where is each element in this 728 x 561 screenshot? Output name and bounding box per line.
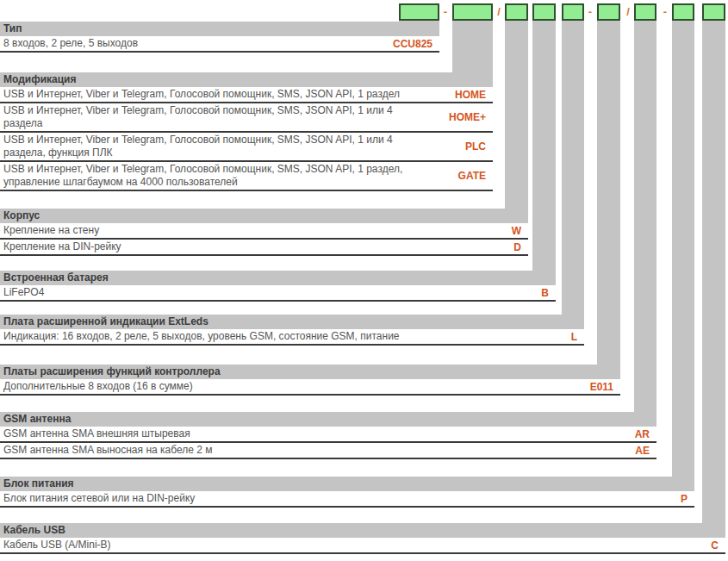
connector-column-case: [505, 21, 528, 209]
code-separator: -: [584, 5, 596, 19]
option-row: Крепление на DIN-рейку D: [0, 240, 528, 256]
option-code: E011: [585, 381, 620, 393]
code-box-case: [505, 3, 528, 21]
code-separator: -: [439, 5, 451, 19]
option-code: B: [536, 287, 556, 299]
option-description: 8 входов, 2 реле, 5 выходов: [0, 36, 388, 51]
option-row: Дополнительные 8 входов (16 в сумме) E01…: [0, 379, 620, 396]
option-description: USB и Интернет, Viber и Telegram, Голосо…: [0, 133, 420, 160]
section-power-supply: Блок питания Блок питания сетевой или на…: [0, 477, 694, 518]
connector-column-battery: [532, 21, 556, 271]
option-code: L: [566, 331, 584, 343]
code-box-modification: [452, 3, 493, 21]
option-code: D: [508, 241, 528, 253]
option-row: Блок питания сетевой или на DIN-рейку P: [0, 491, 694, 508]
section-expansion-boards: Платы расширения функций контроллера Доп…: [0, 365, 620, 406]
option-row: USB и Интернет, Viber и Telegram, Голосо…: [0, 103, 493, 133]
code-box-usb-cable: [702, 3, 725, 21]
section-usb-cable: Кабель USB Кабель USB (A/Mini-B) C: [0, 523, 725, 558]
option-row: Кабель USB (A/Mini-B) C: [0, 538, 725, 554]
section-title: Тип: [0, 22, 439, 36]
option-code: C: [706, 539, 725, 552]
section-title: Модификация: [0, 72, 493, 87]
code-separator: /: [622, 5, 634, 19]
option-description: USB и Интернет, Viber и Telegram, Голосо…: [0, 162, 420, 190]
code-box-type: [399, 3, 439, 21]
section-title: Встроенная батарея: [0, 271, 556, 285]
option-description: USB и Интернет, Viber и Telegram, Голосо…: [0, 87, 420, 102]
connector-column-expansion: [597, 21, 620, 365]
option-row: USB и Интернет, Viber и Telegram, Голосо…: [0, 133, 493, 162]
option-code: HOME: [450, 89, 493, 101]
section-extleds: Плата расширенной индикации ExtLeds Инди…: [0, 315, 584, 356]
option-code: P: [675, 493, 694, 505]
code-separator: /: [493, 5, 505, 19]
option-row: Крепление на стену W: [0, 223, 528, 240]
option-description: USB и Интернет, Viber и Telegram, Голосо…: [0, 103, 420, 131]
section-title: Корпус: [0, 209, 528, 223]
ordering-code-diagram: - / - / - Тип 8 входов, 2 реле, 5 выходо…: [0, 0, 728, 561]
option-row: Индикация: 16 входов, 2 реле, 5 выходов,…: [0, 329, 584, 346]
section-title: Платы расширения функций контроллера: [0, 365, 620, 379]
option-row: 8 входов, 2 реле, 5 выходов CCU825: [0, 36, 439, 53]
option-code: PLC: [460, 140, 493, 153]
section-title: Плата расширенной индикации ExtLeds: [0, 315, 584, 329]
code-box-expansion: [597, 3, 620, 21]
code-box-extleds: [562, 3, 584, 21]
option-row: GSM антенна SMA выносная на кабеле 2 м A…: [0, 443, 656, 459]
section-title: Кабель USB: [0, 523, 725, 538]
code-separator: -: [659, 5, 671, 19]
connector-column-usb-cable: [702, 21, 725, 523]
option-description: Блок питания сетевой или на DIN-рейку: [0, 491, 420, 506]
section-battery: Встроенная батарея LiFePO4 B: [0, 271, 556, 312]
option-description: GSM антенна SMA внешняя штыревая: [0, 427, 420, 441]
code-box-antenna: [634, 3, 656, 21]
connector-column-antenna: [634, 21, 656, 412]
section-title: GSM антенна: [0, 412, 656, 427]
option-code: AR: [630, 428, 656, 440]
option-code: AE: [630, 445, 656, 457]
option-row: USB и Интернет, Viber и Telegram, Голосо…: [0, 87, 493, 103]
section-type: Тип 8 входов, 2 реле, 5 выходов CCU825: [0, 22, 439, 63]
connector-column-modification: [452, 21, 493, 72]
option-row: USB и Интернет, Viber и Telegram, Голосо…: [0, 162, 493, 191]
option-description: Крепление на DIN-рейку: [0, 240, 420, 254]
section-gsm-antenna: GSM антенна GSM антенна SMA внешняя штыр…: [0, 412, 656, 470]
option-description: Индикация: 16 входов, 2 реле, 5 выходов,…: [0, 329, 420, 344]
option-code: GATE: [453, 170, 493, 182]
option-description: Дополнительные 8 входов (16 в сумме): [0, 379, 420, 394]
connector-column-extleds: [562, 21, 584, 315]
option-row: LiFePO4 B: [0, 285, 556, 302]
option-row: GSM антенна SMA внешняя штыревая AR: [0, 427, 656, 443]
connector-column-psu: [672, 21, 694, 477]
code-box-psu: [672, 3, 694, 21]
option-description: GSM антенна SMA выносная на кабеле 2 м: [0, 443, 420, 458]
section-modification: Модификация USB и Интернет, Viber и Tele…: [0, 72, 493, 202]
code-box-battery: [532, 3, 556, 21]
option-code: CCU825: [388, 38, 439, 50]
option-code: HOME+: [444, 111, 493, 123]
option-description: Кабель USB (A/Mini-B): [0, 538, 420, 552]
option-description: Крепление на стену: [0, 223, 420, 238]
section-title: Блок питания: [0, 477, 694, 491]
option-description: LiFePO4: [0, 285, 420, 300]
option-code: W: [507, 225, 528, 237]
section-case: Корпус Крепление на стену W Крепление на…: [0, 209, 528, 266]
